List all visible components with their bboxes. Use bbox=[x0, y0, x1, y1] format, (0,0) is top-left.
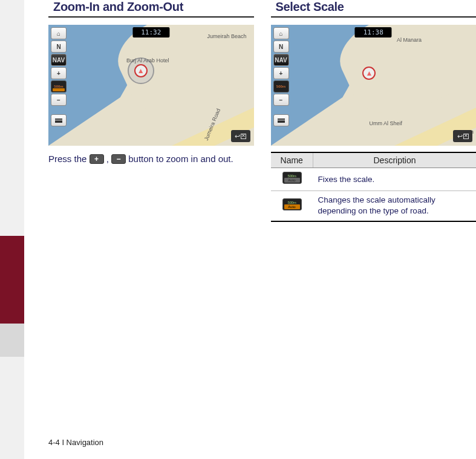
home-icon[interactable]: ⌂ bbox=[273, 27, 289, 39]
map-label-us: Umm Al Sheif bbox=[369, 120, 402, 126]
section-title-scale: Select Scale bbox=[271, 0, 477, 18]
scale-auto-desc: Changes the scale automatically dependin… bbox=[313, 191, 477, 221]
text-fragment: , bbox=[104, 154, 112, 164]
section-marker-red bbox=[0, 236, 24, 324]
section-marker-grey bbox=[0, 324, 24, 357]
current-location-icon bbox=[134, 64, 148, 77]
zoom-out-icon[interactable]: − bbox=[273, 94, 289, 106]
map-label-beach: Jumeirah Beach bbox=[207, 33, 246, 39]
nav-icon[interactable]: NAV bbox=[273, 54, 289, 66]
north-icon[interactable]: N bbox=[273, 41, 289, 53]
text-fragment: Press the bbox=[48, 154, 90, 164]
home-icon[interactable]: ⌂ bbox=[51, 27, 67, 39]
map-side-buttons: ⌂ N NAV + 500m − bbox=[51, 27, 67, 126]
table-row: Fixes the scale. bbox=[271, 168, 477, 191]
scale-fixed-desc: Fixes the scale. bbox=[313, 168, 477, 191]
map-time: 11:38 bbox=[355, 27, 392, 37]
column-scale: Select Scale Al Manara Umm Al Sheif Comm… bbox=[271, 0, 477, 222]
table-header-desc: Description bbox=[313, 152, 477, 168]
screenshot-scale-map: Al Manara Umm Al Sheif Comm 11:38 ⌂ N NA… bbox=[271, 25, 477, 146]
map-cancel-button[interactable] bbox=[231, 130, 250, 142]
zoom-in-icon[interactable]: + bbox=[273, 67, 289, 79]
menu-icon[interactable] bbox=[273, 114, 289, 126]
menu-icon[interactable] bbox=[51, 114, 67, 126]
scale-icon[interactable]: 500m bbox=[51, 80, 67, 93]
scale-fixed-icon bbox=[282, 172, 302, 184]
scale-fixed-icon-cell bbox=[271, 168, 313, 191]
nav-icon[interactable]: NAV bbox=[51, 54, 67, 66]
page-sidebar bbox=[0, 0, 24, 459]
text-fragment: button to zoom in and out. bbox=[126, 154, 233, 164]
current-location-icon bbox=[362, 67, 376, 80]
column-zoom: Zoom-In and Zoom-Out Burj Al Arab Hotel … bbox=[48, 0, 254, 222]
page-content: Zoom-In and Zoom-Out Burj Al Arab Hotel … bbox=[48, 0, 476, 222]
plus-button-icon: + bbox=[90, 154, 104, 164]
scale-auto-icon bbox=[282, 198, 302, 210]
page-footer: 4-4 I Navigation bbox=[48, 438, 103, 447]
north-icon[interactable]: N bbox=[51, 41, 67, 53]
scale-auto-icon-cell bbox=[271, 191, 313, 221]
table-row: Changes the scale automatically dependin… bbox=[271, 191, 477, 221]
screenshot-zoom-map: Burj Al Arab Hotel Jumeirah Beach Jumeir… bbox=[48, 25, 254, 146]
map-side-buttons: ⌂ N NAV + 500m − bbox=[273, 27, 289, 126]
map-cancel-button[interactable] bbox=[453, 130, 472, 142]
map-label-am: Al Manara bbox=[397, 37, 422, 43]
scale-icon[interactable]: 500m bbox=[273, 80, 289, 93]
map-label-hotel: Burj Al Arab Hotel bbox=[126, 57, 169, 63]
zoom-instruction-text: Press the + , − button to zoom in and ou… bbox=[48, 151, 254, 168]
zoom-in-icon[interactable]: + bbox=[51, 67, 67, 79]
scale-description-table: Name Description Fixes the scale. Change… bbox=[271, 152, 477, 222]
minus-button-icon: − bbox=[111, 154, 126, 164]
map-time: 11:32 bbox=[132, 27, 169, 37]
section-title-zoom: Zoom-In and Zoom-Out bbox=[48, 0, 254, 18]
zoom-out-icon[interactable]: − bbox=[51, 94, 67, 106]
table-header-name: Name bbox=[271, 152, 313, 168]
